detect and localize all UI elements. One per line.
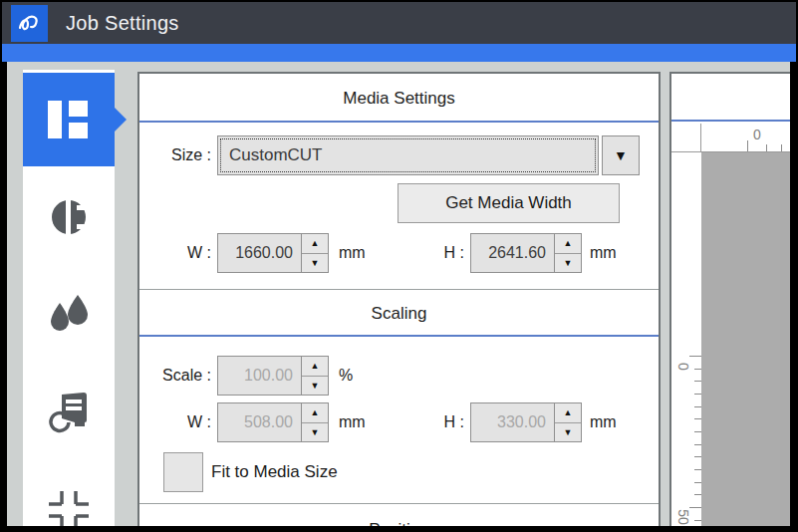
ruler-tick xyxy=(694,469,701,470)
v-ruler-label: 0 xyxy=(675,357,691,377)
ruler-tick xyxy=(694,394,701,395)
media-settings-header: Media Settings xyxy=(139,74,659,123)
section-divider xyxy=(139,503,659,504)
scale-input[interactable] xyxy=(218,357,301,395)
scaling-height-label: H : xyxy=(408,402,464,442)
sidebar-item-quality[interactable] xyxy=(23,170,115,264)
ruler-tick xyxy=(694,418,701,419)
document-refresh-icon xyxy=(45,391,93,434)
media-height-label: H : xyxy=(408,233,464,273)
spin-up-button[interactable]: ▲ xyxy=(302,357,328,377)
position-header: Position xyxy=(139,508,659,526)
media-size-value: CustomCUT xyxy=(229,145,323,165)
ruler-tick xyxy=(694,456,701,457)
section-divider xyxy=(139,289,659,290)
ruler-tick xyxy=(694,431,701,432)
spin-up-button[interactable]: ▲ xyxy=(555,234,581,254)
media-height-unit: mm xyxy=(590,233,617,273)
ruler-tick xyxy=(694,406,701,407)
crop-marks-icon xyxy=(46,489,92,526)
scaling-height-unit: mm xyxy=(590,402,617,442)
scaling-header: Scaling xyxy=(139,291,659,337)
h-ruler-label: 0 xyxy=(747,127,767,142)
media-size-select[interactable]: CustomCUT ▼ xyxy=(217,135,640,175)
media-size-select-field[interactable]: CustomCUT xyxy=(217,135,599,175)
window-title: Job Settings xyxy=(66,12,179,35)
spin-down-button[interactable]: ▼ xyxy=(555,254,581,273)
ruler-tick xyxy=(694,369,701,370)
media-preview[interactable] xyxy=(701,152,790,526)
fit-to-media-label: Fit to Media Size xyxy=(211,452,338,492)
ruler-tick xyxy=(747,140,748,151)
workspace: Media Settings Size : CustomCUT ▼ Get Me… xyxy=(7,62,790,526)
ruler-tick xyxy=(766,144,767,151)
sidebar-item-marks[interactable] xyxy=(23,463,115,526)
ruler-tick xyxy=(689,507,701,508)
media-width-input[interactable] xyxy=(218,234,301,272)
spin-down-button[interactable]: ▼ xyxy=(555,423,581,442)
fit-to-media-checkbox[interactable] xyxy=(163,452,203,492)
v-ruler: 0 50 xyxy=(671,152,701,526)
media-width-spinner[interactable]: ▲ ▼ xyxy=(217,233,329,273)
h-ruler: 0 xyxy=(701,124,790,152)
size-label: Size : xyxy=(139,135,211,175)
scaling-height-input[interactable] xyxy=(471,403,554,441)
ruler-tick xyxy=(694,444,701,445)
sidebar-item-layout[interactable] xyxy=(23,73,115,166)
scale-label: Scale : xyxy=(139,356,211,396)
ruler-corner xyxy=(671,124,701,152)
scaling-width-spinner[interactable]: ▲ ▼ xyxy=(217,402,329,442)
ruler-tick xyxy=(781,144,782,151)
sidebar-item-job-refresh[interactable] xyxy=(23,366,115,459)
spin-up-button[interactable]: ▲ xyxy=(302,403,328,423)
job-settings-window: Job Settings xyxy=(0,0,798,532)
quality-icon xyxy=(48,196,90,238)
spin-down-button[interactable]: ▼ xyxy=(302,423,328,442)
media-width-unit: mm xyxy=(339,233,366,273)
accent-strip xyxy=(2,44,796,62)
sidebar xyxy=(23,70,115,526)
scale-spinner[interactable]: ▲ ▼ xyxy=(217,356,329,396)
ruler-tick xyxy=(689,356,701,357)
sidebar-item-ink[interactable] xyxy=(23,268,115,362)
spin-up-button[interactable]: ▲ xyxy=(555,403,581,423)
ruler-tick xyxy=(694,381,701,382)
spin-down-button[interactable]: ▼ xyxy=(302,377,328,396)
scaling-width-label: W : xyxy=(139,402,211,442)
settings-panel: Media Settings Size : CustomCUT ▼ Get Me… xyxy=(137,72,661,526)
ruler-tick xyxy=(694,494,701,495)
preview-panel: 0 0 50 xyxy=(669,72,790,526)
preview-header xyxy=(671,74,790,122)
media-height-input[interactable] xyxy=(471,234,554,272)
scaling-height-spinner[interactable]: ▲ ▼ xyxy=(470,402,582,442)
get-media-width-button[interactable]: Get Media Width xyxy=(398,183,620,223)
dropdown-arrow-icon[interactable]: ▼ xyxy=(602,135,640,175)
media-height-spinner[interactable]: ▲ ▼ xyxy=(470,233,582,273)
scaling-width-input[interactable] xyxy=(218,403,301,441)
ink-drops-icon xyxy=(46,291,92,339)
spin-up-button[interactable]: ▲ xyxy=(302,234,328,254)
scale-unit: % xyxy=(339,356,353,396)
ruler-tick xyxy=(694,482,701,483)
layout-icon xyxy=(46,100,92,139)
title-bar: Job Settings xyxy=(2,2,796,44)
spin-down-button[interactable]: ▼ xyxy=(302,254,328,273)
media-width-label: W : xyxy=(139,233,211,273)
scaling-width-unit: mm xyxy=(339,402,366,442)
v-ruler-label: 50 xyxy=(675,507,691,526)
ruler-tick xyxy=(694,520,701,521)
app-logo-icon xyxy=(11,5,48,42)
